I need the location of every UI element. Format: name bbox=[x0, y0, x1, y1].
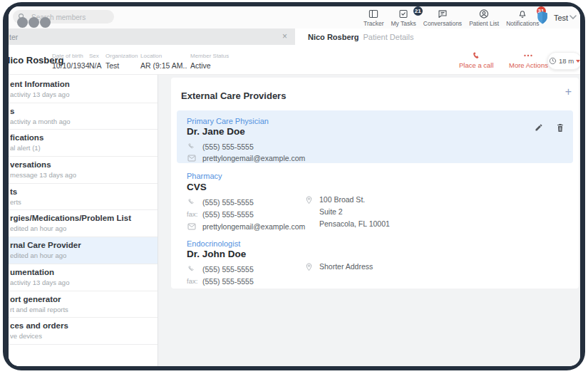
window-control-dot[interactable] bbox=[40, 17, 51, 28]
nav-notifications[interactable]: 31 Notifications bbox=[506, 9, 539, 27]
sidebar-item-alerts[interactable]: ts erts bbox=[9, 184, 158, 211]
sidebar-item-title: rgies/Medications/Problem List bbox=[10, 214, 155, 222]
provider-fax: (555) 555-5555 bbox=[202, 277, 254, 286]
provider-address: 100 Broad St. Suite 2 Pensacola, FL 1000… bbox=[305, 196, 390, 227]
sidebar-item-title: rnal Care Provider bbox=[10, 241, 155, 249]
user-menu[interactable]: Test bbox=[536, 11, 568, 25]
sidebar-item-notifications[interactable]: fications al alert (1) bbox=[9, 130, 158, 157]
nav-label: Notifications bbox=[506, 20, 539, 27]
sidebar-item-title: versations bbox=[10, 160, 155, 169]
sidebar-item-title: ts bbox=[10, 187, 155, 196]
place-call-label: Place a call bbox=[459, 61, 494, 69]
sidebar-item-title: fications bbox=[10, 133, 155, 142]
sidebar-item-patient-information[interactable]: ent Information activity 13 days ago bbox=[9, 76, 158, 103]
provider-card-pharmacy[interactable]: Pharmacy CVS (555) 555-5555 fax: (555) 5… bbox=[177, 167, 573, 233]
field-value: Test bbox=[105, 61, 138, 70]
window-control-dot[interactable] bbox=[29, 17, 39, 28]
provider-name: Dr. Jane Doe bbox=[187, 126, 245, 137]
address-line: Shorter Address bbox=[319, 263, 373, 270]
timer-value: 18 m bbox=[559, 57, 574, 65]
tab-bar: ter × Nico Rosberg Patient Details bbox=[9, 28, 580, 45]
tab-background[interactable]: ter × bbox=[9, 28, 294, 45]
field-date-of-birth: Date of birth 10/10/1934 bbox=[52, 53, 90, 70]
tab-patient-details[interactable]: Nico Rosberg Patient Details bbox=[295, 28, 580, 45]
tasks-badge: 21 bbox=[413, 6, 423, 16]
tasks-icon bbox=[398, 9, 409, 19]
window-control-dot[interactable] bbox=[17, 17, 28, 28]
provider-address: Shorter Address bbox=[305, 263, 373, 272]
session-timer[interactable]: 18 m bbox=[547, 52, 580, 70]
nav-my-tasks[interactable]: 21 My Tasks bbox=[391, 9, 416, 27]
provider-card-primary-care[interactable]: Primary Care Physician Dr. Jane Doe (555… bbox=[177, 110, 573, 163]
nav-label: Tracker bbox=[363, 20, 384, 27]
provider-card-endocrinologist[interactable]: Endocrinologist Dr. John Doe (555) 555-5… bbox=[177, 237, 573, 284]
sidebar-item-external-care-provider[interactable]: rnal Care Provider edited an hour ago bbox=[9, 237, 158, 264]
sidebar-item-2[interactable]: s activity a month ago bbox=[9, 103, 158, 130]
field-organization: Organization Test bbox=[105, 53, 138, 70]
edit-provider-button[interactable] bbox=[535, 123, 543, 132]
panel-title: External Care Providers bbox=[181, 90, 286, 101]
chevron-down-icon[interactable] bbox=[569, 14, 577, 20]
tab-suffix: Patient Details bbox=[363, 33, 414, 41]
sidebar-item-allergies-medications[interactable]: rgies/Medications/Problem List edited an… bbox=[9, 210, 158, 237]
field-sex: Sex N/A bbox=[89, 53, 102, 70]
pencil-icon bbox=[535, 123, 543, 132]
sidebar-item-subtitle: message 13 days ago bbox=[10, 171, 155, 179]
sidebar-item-conversations[interactable]: versations message 13 days ago bbox=[9, 157, 158, 184]
sidebar-item-devices-and-orders[interactable]: ces and orders ve devices bbox=[9, 318, 158, 345]
provider-type: Endocrinologist bbox=[187, 239, 240, 248]
field-label: Date of birth bbox=[52, 53, 90, 59]
provider-name: CVS bbox=[187, 182, 207, 192]
field-label: Sex bbox=[89, 53, 102, 59]
email-icon bbox=[187, 223, 196, 230]
field-label: Organization bbox=[105, 53, 138, 59]
field-value: N/A bbox=[89, 61, 102, 70]
sidebar-item-subtitle: activity a month ago bbox=[10, 118, 155, 125]
sidebar-item-title: s bbox=[10, 107, 155, 115]
provider-name: Dr. John Doe bbox=[187, 249, 246, 259]
shield-icon bbox=[536, 11, 549, 25]
sidebar-item-subtitle: rt and email reports bbox=[10, 306, 155, 313]
tab-label: ter bbox=[9, 33, 18, 41]
field-label: Location bbox=[140, 53, 187, 59]
sidebar-item-subtitle: erts bbox=[10, 198, 155, 206]
app-window: Tracker 21 My Tasks Conversations Patien… bbox=[9, 6, 580, 366]
fax-label: fax: bbox=[187, 277, 196, 285]
nav-label: Conversations bbox=[423, 20, 462, 27]
place-call-button[interactable]: Place a call bbox=[459, 51, 494, 69]
patient-header: Nico Rosberg Date of birth 10/10/1934 Se… bbox=[9, 45, 580, 75]
more-actions-button[interactable]: More Actions bbox=[509, 51, 548, 69]
field-value: Active bbox=[190, 61, 229, 70]
sidebar-item-title: ort generator bbox=[10, 295, 155, 303]
sidebar-item-documentation[interactable]: umentation activity 13 days ago bbox=[9, 264, 158, 291]
provider-email: prettylongemail@example.com bbox=[202, 154, 305, 162]
external-care-providers-panel: External Care Providers + Primary Care P… bbox=[171, 78, 579, 289]
nav-patient-list[interactable]: Patient List bbox=[469, 9, 499, 27]
field-location: Location AR (9:15 AM.. bbox=[140, 53, 187, 70]
add-provider-button[interactable]: + bbox=[565, 86, 572, 98]
sidebar-item-subtitle: al alert (1) bbox=[10, 144, 155, 152]
address-line: Suite 2 bbox=[319, 208, 390, 215]
nav-conversations[interactable]: Conversations bbox=[423, 9, 462, 27]
delete-provider-button[interactable] bbox=[556, 123, 564, 133]
more-actions-label: More Actions bbox=[509, 61, 548, 69]
top-nav: Tracker 21 My Tasks Conversations Patien… bbox=[363, 9, 540, 28]
sidebar: ent Information activity 13 days ago s a… bbox=[9, 75, 158, 366]
provider-phone: (555) 555-5555 bbox=[202, 142, 254, 151]
field-label: Member Status bbox=[190, 53, 229, 59]
trash-icon bbox=[556, 123, 564, 133]
phone-icon bbox=[187, 265, 196, 273]
provider-fax: (555) 555-5555 bbox=[202, 210, 254, 219]
sidebar-item-title: umentation bbox=[10, 268, 155, 276]
address-line: 100 Broad St. bbox=[319, 196, 390, 203]
close-icon[interactable]: × bbox=[282, 31, 287, 41]
nav-tracker[interactable]: Tracker bbox=[363, 9, 384, 27]
bell-icon bbox=[517, 9, 528, 19]
field-value: 10/10/1934 bbox=[52, 61, 90, 70]
sidebar-item-report-generator[interactable]: ort generator rt and email reports bbox=[9, 291, 158, 318]
tracker-icon bbox=[368, 9, 379, 19]
sidebar-item-subtitle: edited an hour ago bbox=[10, 251, 155, 259]
main-area: ent Information activity 13 days ago s a… bbox=[9, 75, 580, 366]
app-header: Tracker 21 My Tasks Conversations Patien… bbox=[9, 6, 580, 28]
email-icon bbox=[187, 155, 196, 162]
